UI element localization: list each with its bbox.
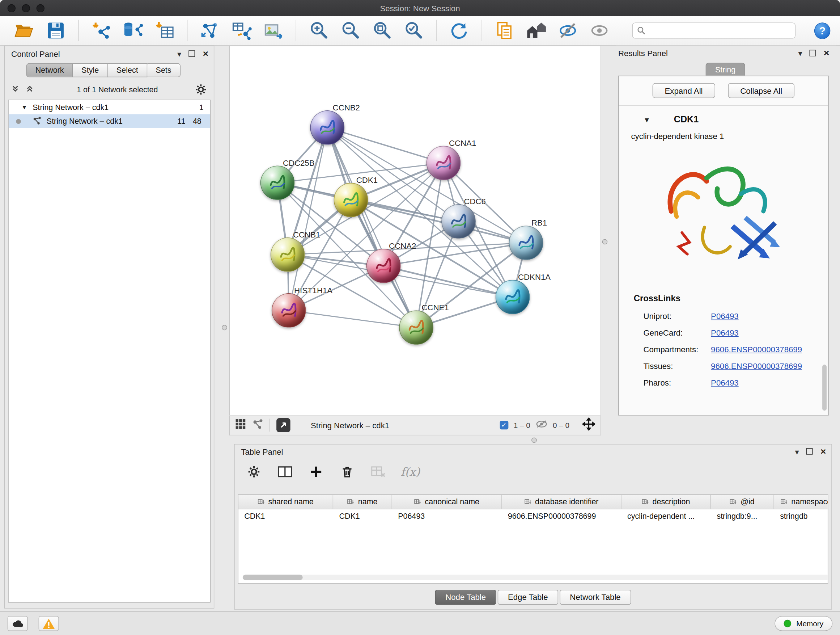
- network-edge[interactable]: [327, 127, 416, 327]
- panel-menu-icon[interactable]: ▾: [798, 49, 802, 57]
- network-node-cdc6[interactable]: [441, 204, 476, 239]
- memory-button[interactable]: Memory: [775, 616, 832, 631]
- table-cell[interactable]: CDK1: [333, 512, 392, 521]
- network-collection-row[interactable]: ▼ String Network – cdk1 1: [9, 100, 210, 114]
- column-header-name[interactable]: name: [333, 495, 392, 509]
- pan-crosshair-icon[interactable]: [583, 418, 595, 432]
- selected-checkbox[interactable]: ✓: [500, 421, 508, 429]
- left-splitter-handle[interactable]: [222, 325, 227, 330]
- add-column-button[interactable]: [308, 463, 325, 480]
- close-window-button[interactable]: [8, 4, 16, 12]
- expand-all-button[interactable]: Expand All: [652, 83, 715, 98]
- import-network-file-button[interactable]: [91, 20, 111, 41]
- search-field[interactable]: [632, 22, 796, 38]
- function-builder-button[interactable]: f(x): [401, 465, 420, 478]
- tab-network[interactable]: Network: [27, 63, 73, 78]
- zoom-out-button[interactable]: [340, 20, 360, 41]
- table-row[interactable]: CDK1CDK1P064939606.ENSP00000378699cyclin…: [238, 509, 828, 524]
- tab-network-table[interactable]: Network Table: [560, 590, 631, 605]
- zoom-in-button[interactable]: [309, 20, 329, 41]
- network-node-ccne1[interactable]: [399, 310, 433, 345]
- network-edge[interactable]: [327, 127, 444, 163]
- search-input[interactable]: [649, 26, 791, 35]
- show-all-networks-button[interactable]: [526, 20, 546, 41]
- table-options-button[interactable]: [245, 463, 262, 480]
- open-session-button[interactable]: [14, 20, 34, 41]
- zoom-fit-button[interactable]: [371, 20, 392, 41]
- collapse-all-button[interactable]: Collapse All: [728, 83, 794, 98]
- panel-menu-icon[interactable]: ▾: [177, 50, 181, 57]
- network-node-cdc25b[interactable]: [261, 166, 295, 200]
- table-cell[interactable]: P06493: [392, 512, 502, 521]
- network-node-cdkn1a[interactable]: [496, 280, 530, 314]
- network-from-table-button[interactable]: [232, 20, 252, 41]
- network-node-ccna1[interactable]: [426, 146, 461, 180]
- column-header-namespace[interactable]: namespace: [774, 495, 829, 509]
- network-row-selected[interactable]: String Network – cdk1 11 48: [9, 114, 210, 128]
- table-cell[interactable]: stringdb: [774, 512, 829, 521]
- column-header-shared-name[interactable]: shared name: [238, 495, 333, 509]
- clipboard-button[interactable]: [494, 20, 515, 41]
- tab-sets[interactable]: Sets: [147, 63, 180, 78]
- disclosure-triangle-icon[interactable]: ▼: [21, 104, 27, 111]
- collapse-all-icon[interactable]: [11, 84, 19, 95]
- panel-float-icon[interactable]: [806, 448, 813, 455]
- delete-column-button[interactable]: [339, 463, 355, 480]
- right-splitter-handle[interactable]: [602, 239, 607, 244]
- hide-selected-button[interactable]: [557, 20, 578, 41]
- first-neighbors-button[interactable]: [200, 20, 220, 41]
- crosslink-value[interactable]: 9606.ENSP00000378699: [711, 345, 802, 354]
- tab-node-table[interactable]: Node Table: [435, 590, 496, 605]
- panel-float-icon[interactable]: [810, 50, 816, 57]
- network-view-icon[interactable]: [252, 419, 263, 432]
- panel-close-icon[interactable]: ×: [824, 48, 829, 58]
- crosslink-value[interactable]: P06493: [711, 328, 739, 337]
- table-cell[interactable]: cyclin-dependent ...: [622, 512, 711, 521]
- zoom-window-button[interactable]: [36, 4, 44, 12]
- table-cell[interactable]: 9606.ENSP00000378699: [502, 512, 622, 521]
- column-header-canonical-name[interactable]: canonical name: [392, 495, 502, 509]
- column-header-description[interactable]: description: [622, 495, 711, 509]
- grid-view-icon[interactable]: [235, 419, 246, 432]
- tab-edge-table[interactable]: Edge Table: [498, 590, 558, 605]
- network-canvas[interactable]: CCNB2CCNA1CDC25BCDK1CDC6RB1CCNB1CCNA2CDK…: [229, 46, 601, 416]
- save-session-button[interactable]: [46, 20, 66, 41]
- network-node-hist1h1a[interactable]: [272, 293, 306, 328]
- tab-style[interactable]: Style: [73, 63, 108, 78]
- panel-close-icon[interactable]: ×: [821, 447, 826, 456]
- network-node-ccnb2[interactable]: [310, 111, 344, 145]
- network-node-cdk1[interactable]: [334, 183, 368, 217]
- table-cell[interactable]: stringdb:9...: [711, 512, 774, 521]
- minimize-window-button[interactable]: [22, 4, 30, 12]
- apply-layout-button[interactable]: [448, 20, 469, 41]
- panel-float-icon[interactable]: [189, 50, 195, 57]
- help-button[interactable]: ?: [814, 22, 830, 39]
- import-network-database-button[interactable]: [123, 20, 143, 41]
- warnings-button[interactable]: [39, 616, 59, 631]
- crosslink-value[interactable]: 9606.ENSP00000378699: [711, 361, 802, 371]
- network-node-rb1[interactable]: [509, 226, 543, 260]
- network-edge[interactable]: [289, 127, 327, 310]
- panel-close-icon[interactable]: ×: [202, 49, 208, 59]
- export-image-button[interactable]: [263, 20, 283, 41]
- column-header-database-identifier[interactable]: database identifier: [502, 495, 622, 509]
- detach-view-button[interactable]: [276, 418, 291, 432]
- panel-menu-icon[interactable]: ▾: [795, 448, 799, 455]
- scrollbar-thumb[interactable]: [243, 575, 303, 580]
- show-hidden-button[interactable]: [589, 20, 609, 41]
- crosslink-value[interactable]: P06493: [711, 311, 739, 320]
- network-node-ccnb1[interactable]: [271, 238, 305, 272]
- results-scrollbar[interactable]: [822, 364, 827, 410]
- show-columns-button[interactable]: [276, 463, 294, 480]
- import-table-button[interactable]: [154, 20, 174, 41]
- network-edge[interactable]: [289, 310, 416, 327]
- column-header--id[interactable]: @id: [711, 495, 774, 509]
- table-cell[interactable]: CDK1: [238, 512, 333, 521]
- expand-all-icon[interactable]: [26, 84, 34, 95]
- crosslink-value[interactable]: P06493: [711, 378, 739, 387]
- tab-select[interactable]: Select: [108, 63, 147, 78]
- horizontal-splitter-handle[interactable]: [531, 437, 537, 443]
- network-options-button[interactable]: [195, 83, 208, 96]
- cloud-status-button[interactable]: [8, 616, 28, 631]
- gene-disclosure-icon[interactable]: ▼: [644, 116, 651, 124]
